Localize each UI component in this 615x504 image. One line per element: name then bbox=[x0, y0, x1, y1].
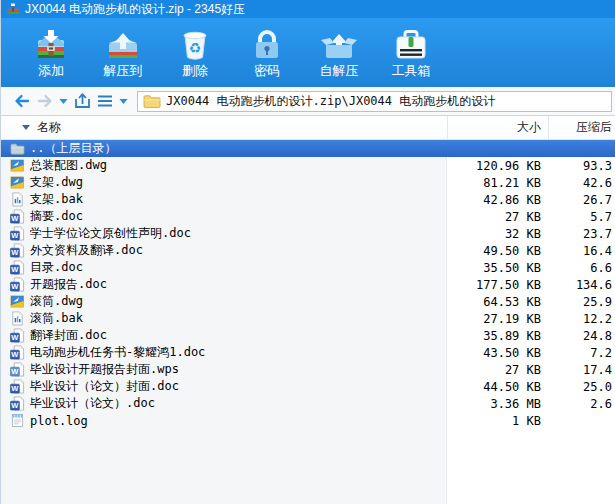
file-row[interactable]: 总装配图.dwg120.96 KB93.3 bbox=[1, 157, 615, 174]
file-size: 64.53 KB bbox=[447, 295, 548, 309]
file-compressed: 134.6 bbox=[548, 278, 615, 292]
file-name-cell: 总装配图.dwg bbox=[1, 157, 447, 174]
svg-text:♻: ♻ bbox=[189, 40, 202, 56]
file-name-cell: W毕业设计（论文）.doc bbox=[1, 395, 447, 412]
forward-button[interactable] bbox=[34, 90, 56, 112]
svg-text:W: W bbox=[11, 367, 19, 376]
column-header-compressed-label: 压缩后 bbox=[576, 119, 612, 136]
file-compressed: 26.7 bbox=[548, 193, 615, 207]
file-row[interactable]: 滚筒.bak27.19 KB12.2 bbox=[1, 310, 615, 327]
file-size: 177.50 KB bbox=[447, 278, 548, 292]
file-name-cell: 滚筒.dwg bbox=[1, 293, 447, 310]
file-name: 支架.bak bbox=[30, 191, 83, 208]
file-row[interactable]: W毕业设计开题报告封面.wps27 KB17.4 bbox=[1, 361, 615, 378]
file-name: 滚筒.dwg bbox=[30, 293, 83, 310]
folder-icon bbox=[143, 93, 161, 109]
doc-file-icon: W bbox=[10, 226, 25, 241]
file-size: 27.19 KB bbox=[447, 312, 548, 326]
toolbar-button-add[interactable]: 添加 bbox=[15, 22, 87, 84]
file-name-cell: plot.log bbox=[1, 413, 447, 428]
up-level-icon[interactable] bbox=[71, 90, 93, 112]
toolbar-button-delete[interactable]: ♻删除 bbox=[159, 22, 231, 84]
file-row[interactable]: W摘要.doc27 KB5.7 bbox=[1, 208, 615, 225]
file-row[interactable]: W电动跑步机任务书-黎耀鸿1.doc43.50 KB7.2 bbox=[1, 344, 615, 361]
history-dropdown-icon[interactable] bbox=[57, 90, 70, 112]
column-header-name[interactable]: 名称 bbox=[1, 116, 447, 139]
file-name-cell: W外文资料及翻译.doc bbox=[1, 242, 447, 259]
toolbar-button-label: 添加 bbox=[38, 64, 64, 78]
file-name: 开题报告.doc bbox=[30, 276, 107, 293]
file-row[interactable]: 滚筒.dwg64.53 KB25.9 bbox=[1, 293, 615, 310]
toolbar-button-password[interactable]: 密码 bbox=[231, 22, 303, 84]
titlebar[interactable]: JX0044 电动跑步机的设计.zip - 2345好压 bbox=[1, 0, 615, 18]
file-row[interactable]: ..（上层目录） bbox=[1, 140, 615, 157]
toolbar-button-toolbox[interactable]: 工具箱 bbox=[375, 22, 447, 84]
file-row[interactable]: W学士学位论文原创性声明.doc32 KB23.7 bbox=[1, 225, 615, 242]
file-name: plot.log bbox=[30, 414, 88, 428]
doc-file-icon: W bbox=[10, 277, 25, 292]
file-compressed: 42.6 bbox=[548, 176, 615, 190]
file-name-cell: W开题报告.doc bbox=[1, 276, 447, 293]
file-size: 44.50 KB bbox=[447, 380, 548, 394]
view-dropdown-icon[interactable] bbox=[117, 90, 130, 112]
file-name: 毕业设计（论文）.doc bbox=[30, 395, 155, 412]
doc-file-icon: W bbox=[10, 260, 25, 275]
file-compressed: 7.2 bbox=[548, 346, 615, 360]
file-size: 120.96 KB bbox=[447, 159, 548, 173]
file-name: 总装配图.dwg bbox=[30, 157, 107, 174]
file-compressed: 2.6 bbox=[548, 397, 615, 411]
file-size: 42.86 KB bbox=[447, 193, 548, 207]
file-name: 滚筒.bak bbox=[30, 310, 83, 327]
toolbar-button-extract-to[interactable]: 解压到 bbox=[87, 22, 159, 84]
file-name-cell: W毕业设计（论文）封面.doc bbox=[1, 378, 447, 395]
view-list-icon[interactable] bbox=[94, 90, 116, 112]
list-header: 名称 大小 压缩后 bbox=[1, 116, 615, 140]
back-button[interactable] bbox=[11, 90, 33, 112]
file-name: 学士学位论文原创性声明.doc bbox=[30, 225, 191, 242]
file-name: 摘要.doc bbox=[30, 208, 83, 225]
file-name: 支架.dwg bbox=[30, 174, 83, 191]
file-row[interactable]: W翻译封面.doc35.89 KB24.8 bbox=[1, 327, 615, 344]
doc-file-icon: W bbox=[10, 209, 25, 224]
column-header-compressed[interactable]: 压缩后 bbox=[548, 116, 615, 139]
svg-text:W: W bbox=[11, 231, 19, 240]
file-size: 27 KB bbox=[447, 363, 548, 377]
toolbar-button-label: 密码 bbox=[254, 64, 280, 78]
file-row[interactable]: W毕业设计（论文）.doc3.36 MB2.6 bbox=[1, 395, 615, 412]
dwg-file-icon bbox=[10, 175, 25, 190]
folder-up-icon bbox=[10, 141, 25, 156]
file-name-cell: W翻译封面.doc bbox=[1, 327, 447, 344]
window-title: JX0044 电动跑步机的设计.zip - 2345好压 bbox=[25, 1, 245, 18]
file-size: 49.50 KB bbox=[447, 244, 548, 258]
file-row[interactable]: W开题报告.doc177.50 KB134.6 bbox=[1, 276, 615, 293]
file-name: 外文资料及翻译.doc bbox=[30, 242, 143, 259]
wps-file-icon: W bbox=[10, 362, 25, 377]
toolbar-button-label: 工具箱 bbox=[392, 64, 431, 78]
file-size: 27 KB bbox=[447, 210, 548, 224]
doc-file-icon: W bbox=[10, 243, 25, 258]
file-name-cell: W电动跑步机任务书-黎耀鸿1.doc bbox=[1, 344, 447, 361]
file-name-cell: 滚筒.bak bbox=[1, 310, 447, 327]
file-row[interactable]: W目录.doc35.50 KB6.6 bbox=[1, 259, 615, 276]
file-name-cell: ..（上层目录） bbox=[1, 140, 447, 157]
file-row[interactable]: 支架.dwg81.21 KB42.6 bbox=[1, 174, 615, 191]
password-lock-icon bbox=[247, 27, 287, 63]
file-row[interactable]: W毕业设计（论文）封面.doc44.50 KB25.0 bbox=[1, 378, 615, 395]
file-row[interactable]: 支架.bak42.86 KB26.7 bbox=[1, 191, 615, 208]
doc-file-icon: W bbox=[10, 345, 25, 360]
file-name: 电动跑步机任务书-黎耀鸿1.doc bbox=[30, 344, 205, 361]
toolbar: 添加解压到♻删除密码自解压工具箱 bbox=[1, 18, 615, 87]
file-row[interactable]: plot.log1 KB bbox=[1, 412, 615, 429]
file-size: 81.21 KB bbox=[447, 176, 548, 190]
file-size: 1 KB bbox=[447, 414, 548, 428]
path-input[interactable]: JX0044 电动跑步机的设计.zip\JX0044 电动跑步机的设计 bbox=[137, 91, 612, 112]
column-header-size[interactable]: 大小 bbox=[447, 116, 548, 139]
toolbar-button-self-extract[interactable]: 自解压 bbox=[303, 22, 375, 84]
file-compressed: 5.7 bbox=[548, 210, 615, 224]
svg-text:W: W bbox=[11, 248, 19, 257]
file-compressed: 93.3 bbox=[548, 159, 615, 173]
file-row[interactable]: W外文资料及翻译.doc49.50 KB16.4 bbox=[1, 242, 615, 259]
file-name-cell: 支架.dwg bbox=[1, 174, 447, 191]
file-list: ..（上层目录）总装配图.dwg120.96 KB93.3支架.dwg81.21… bbox=[1, 140, 615, 504]
address-bar: JX0044 电动跑步机的设计.zip\JX0044 电动跑步机的设计 bbox=[1, 87, 615, 116]
